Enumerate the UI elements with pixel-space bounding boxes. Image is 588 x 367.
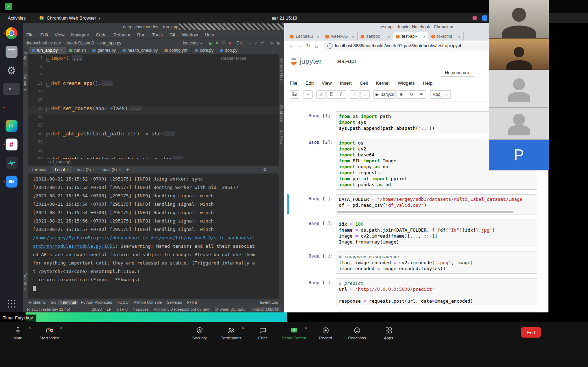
reader-mode-label[interactable]: Reader Mode: [221, 56, 246, 61]
back-icon[interactable]: ←: [287, 43, 295, 49]
git-branch[interactable]: week-01-part3: [215, 307, 246, 311]
menu-run[interactable]: Run: [137, 32, 146, 37]
menu-git[interactable]: Git: [169, 32, 175, 37]
run-icon[interactable]: ▶: [208, 41, 214, 46]
cell-type-select[interactable]: Код: [430, 90, 451, 99]
jupyter-run-cell-button[interactable]: ▶Запуск: [373, 90, 396, 99]
close-icon[interactable]: ×: [352, 34, 355, 39]
notification-icon[interactable]: [472, 16, 477, 20]
jupyter-move-cell-up-button[interactable]: ↑: [350, 90, 359, 99]
menu-window[interactable]: Window: [182, 32, 198, 37]
toolwindow-todo[interactable]: TODO: [114, 300, 131, 305]
file-encoding[interactable]: UTF-8: [116, 307, 128, 311]
breadcrumb-item[interactable]: deepschool-cv-dev: [26, 41, 61, 45]
jupyter-stop-kernel-button[interactable]: ■: [397, 90, 406, 99]
settings-icon[interactable]: ⚙: [275, 41, 281, 46]
dock-item-clion[interactable]: CL: [3, 118, 20, 134]
profiler-icon[interactable]: [220, 40, 226, 45]
jupyter-add-cell-button[interactable]: +: [303, 90, 313, 99]
menu-refactor[interactable]: Refactor: [113, 32, 131, 37]
dock-item-files[interactable]: [3, 44, 20, 59]
close-icon[interactable]: ×: [458, 34, 461, 39]
toolwindow-event-log[interactable]: Event Log: [258, 300, 281, 305]
forward-icon[interactable]: →: [295, 43, 304, 49]
code-editor[interactable]: 1import ...8910def create_app():...24252…: [28, 54, 279, 165]
cell-editor[interactable]: DATA_FOLDER = '/home/sergey/sdb3/dataset…: [336, 194, 537, 210]
jupyter-save-button[interactable]: [290, 90, 299, 99]
fold-marker[interactable]: [46, 131, 51, 139]
editor-tab[interactable]: health_check.py: [119, 47, 161, 54]
terminal-settings-icon[interactable]: [263, 167, 267, 172]
reload-icon[interactable]: ↻: [304, 43, 312, 49]
notebook-cell[interactable]: Ввод [ ]:# predicturl = 'http://0.0.0.0:…: [286, 278, 548, 306]
security-shield-check-icon[interactable]: [5, 3, 12, 10]
terminal-tab[interactable]: Local×: [52, 166, 72, 173]
editor-tab[interactable]: run.sh: [66, 47, 89, 54]
close-icon[interactable]: ×: [66, 168, 69, 172]
breadcrumb-item[interactable]: week-01-part3: [67, 41, 94, 45]
dock-item-settings[interactable]: ⚙: [3, 63, 20, 78]
breadcrumb-item[interactable]: run_app.py: [100, 41, 121, 45]
scrollbar-thumb[interactable]: [337, 211, 513, 213]
jupyter-cut-cell-button[interactable]: [316, 90, 326, 99]
terminal-tab[interactable]: Local (3)×: [98, 166, 124, 173]
close-icon[interactable]: ×: [316, 34, 319, 39]
jupyter-menu-help[interactable]: Help: [423, 80, 433, 86]
activities-button[interactable]: Activities: [6, 15, 28, 21]
dock-item-chromium[interactable]: [3, 26, 20, 41]
git-commit-icon[interactable]: ✓: [253, 41, 259, 45]
chevron-up-icon[interactable]: ^: [29, 326, 31, 331]
trust-notebook-button[interactable]: Не доверять: [441, 69, 474, 77]
notebook-cell[interactable]: Ввод [ ]:# кодируем изображениеflag, ima…: [286, 252, 548, 274]
menu-view[interactable]: View: [55, 32, 64, 37]
menu-tools[interactable]: Tools: [152, 32, 163, 37]
browser-tab[interactable]: to-script×: [428, 32, 464, 41]
toolwindow-python-console[interactable]: Python Console: [131, 300, 164, 305]
menu-code[interactable]: Code: [96, 32, 107, 37]
jupyter-move-cell-down-button[interactable]: ↓: [360, 90, 370, 99]
tool-stripe-favorites[interactable]: Favorites: [23, 273, 27, 290]
jupyter-menu-widgets[interactable]: Widgets: [398, 80, 415, 86]
toolbar-video-button[interactable]: Start Video^: [34, 324, 65, 343]
jupyter-restart-run-all-button[interactable]: [417, 90, 426, 99]
toolbar-share-button[interactable]: Share Screen^: [278, 324, 310, 343]
toolwindow-python-packages[interactable]: Python Packages: [78, 300, 115, 305]
toolbar-chat-button[interactable]: Chat: [247, 324, 278, 343]
dock-item-zoom[interactable]: [3, 174, 20, 189]
menu-file[interactable]: File: [26, 32, 34, 37]
show-applications-icon[interactable]: [7, 299, 16, 308]
close-icon[interactable]: ×: [60, 48, 63, 53]
close-icon[interactable]: ×: [423, 34, 426, 39]
participant-video-2[interactable]: [489, 38, 549, 70]
run-configuration-select[interactable]: leetcode: [181, 40, 204, 46]
tool-stripe-remote-host[interactable]: Remote Host: [280, 57, 284, 82]
fold-marker[interactable]: [46, 55, 51, 64]
dock-item-terminal[interactable]: >_: [3, 81, 20, 97]
participant-video-1[interactable]: [489, 0, 549, 38]
horizontal-scrollbar[interactable]: [336, 210, 537, 214]
jupyter-menu-cell[interactable]: Cell: [360, 80, 368, 86]
tool-stripe-sciview[interactable]: SciView: [280, 130, 284, 144]
toolwindow-git[interactable]: Git: [48, 300, 58, 305]
chevron-up-icon[interactable]: ^: [305, 326, 307, 331]
browser-tab[interactable]: sanbox×: [358, 32, 393, 41]
cell-editor[interactable]: # кодируем изображениеflag, image_encode…: [336, 252, 537, 274]
focused-app-menu[interactable]: Chromium Web Browser: [40, 15, 100, 21]
toolbar-record-button[interactable]: Record: [310, 324, 341, 343]
toolwindow-terminal[interactable]: Terminal: [58, 300, 78, 305]
dock-item-profiler[interactable]: [3, 155, 20, 171]
notebook-cell[interactable]: Ввод [ ]:idx = 100fname = os.path.join(D…: [286, 219, 548, 247]
pycharm-title-bar[interactable]: deepschool-cv-dev – run_app.py: [23, 23, 284, 31]
line-separator[interactable]: LF: [107, 307, 111, 311]
jupyter-copy-cell-button[interactable]: [327, 90, 336, 99]
jupyter-menu-edit[interactable]: Edit: [306, 80, 314, 86]
editor-tab[interactable]: genres.py: [89, 47, 119, 54]
cell-editor[interactable]: idx = 100fname = os.path.join(DATA_FOLDE…: [336, 219, 537, 247]
menu-navigate[interactable]: Navigate: [71, 32, 89, 37]
close-icon[interactable]: ×: [387, 34, 390, 39]
python-interpreter[interactable]: Python 3.8 (deepschool-cv-dev): [154, 307, 210, 311]
cell-editor[interactable]: # predicturl = 'http://0.0.0.0:5000/pred…: [336, 278, 537, 306]
menu-help[interactable]: Help: [205, 32, 214, 37]
toolwindow-problems[interactable]: Problems: [26, 300, 48, 305]
zoom-tray-icon[interactable]: [482, 15, 487, 21]
